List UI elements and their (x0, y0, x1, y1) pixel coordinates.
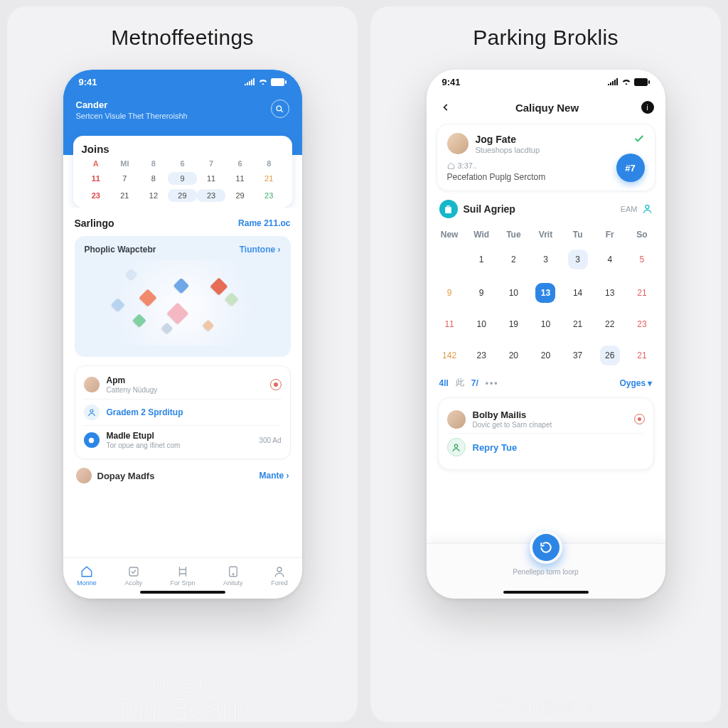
message-item[interactable]: Bolby MailisDovic get to Sarn cinapet (447, 405, 645, 433)
cal-day[interactable]: 37 (562, 340, 594, 371)
battery-icon (271, 78, 287, 86)
section-link[interactable]: Rame 211.oc (238, 218, 290, 228)
mini-cal-day[interactable]: 7 (110, 172, 139, 185)
cal-day[interactable]: 3 (562, 244, 594, 277)
cal-day-header: Wid (466, 225, 498, 244)
svg-point-7 (232, 574, 234, 575)
mini-cal-day[interactable]: 23 (255, 189, 284, 202)
cal-day[interactable]: 14 (562, 277, 594, 309)
wifi-icon (621, 78, 631, 85)
status-time: 9:41 (442, 77, 461, 87)
list-item[interactable]: ApmCatteny Nüdugy (84, 370, 282, 399)
cal-day[interactable]: 9 (434, 277, 466, 309)
svg-point-8 (277, 567, 282, 572)
right-panel-title: Parking Broklis (473, 26, 619, 50)
cal-day[interactable]: 11 (434, 309, 466, 340)
tab-anituty[interactable]: Anituty (223, 565, 243, 587)
mini-calendar[interactable]: Joins AMI867681178911112123211229232923 (73, 136, 292, 208)
mini-cal-day[interactable]: 29 (225, 189, 255, 202)
person-row[interactable]: Dopay Madfs Mante › (75, 468, 291, 486)
user-avatar (447, 133, 469, 154)
nav-title: Caliquy New (515, 102, 579, 114)
cal-day[interactable]: 1 (466, 244, 498, 277)
alert-icon (270, 379, 282, 390)
cal-day[interactable]: 13 (530, 277, 562, 309)
list-item[interactable]: Gradem 2 Sprditup (84, 399, 282, 425)
cal-day[interactable] (434, 244, 466, 277)
cal-day[interactable]: 21 (626, 277, 658, 309)
mini-cal-day[interactable]: 12 (139, 189, 168, 202)
cal-day[interactable]: 19 (498, 309, 530, 340)
cal-day[interactable]: 142 (434, 340, 466, 371)
cal-day[interactable]: 21 (562, 309, 594, 340)
tab-acolty[interactable]: Acolty (124, 565, 142, 587)
cal-day[interactable]: 22 (594, 309, 626, 340)
mini-cal-day[interactable]: 29 (168, 189, 197, 202)
cal-day[interactable]: 2 (498, 244, 530, 277)
cal-day[interactable]: 10 (498, 277, 530, 309)
filter-dropdown[interactable]: Oyges ▾ (619, 378, 652, 388)
cal-day[interactable]: 23 (626, 309, 658, 340)
section-meta: EAM (621, 205, 638, 213)
home-indicator (503, 591, 589, 594)
list-avatar-icon (84, 405, 100, 420)
cal-day-header: New (434, 225, 466, 244)
info-button[interactable]: i (641, 101, 654, 114)
cal-day[interactable]: 10 (466, 309, 498, 340)
svg-point-2 (277, 106, 282, 111)
cal-day[interactable]: 5 (626, 244, 658, 277)
cal-day[interactable]: 20 (530, 340, 562, 371)
filter-all[interactable]: 4ll (439, 378, 449, 388)
cal-day[interactable]: 26 (594, 340, 626, 371)
header-title: Cander (76, 100, 188, 110)
big-calendar[interactable]: NewWidTueVritTuFrSo123345991013141321111… (427, 223, 665, 371)
svg-rect-1 (285, 80, 287, 84)
section-title: Sarlingo (75, 218, 114, 229)
user-card[interactable]: Jog Fate Stueshops lacdtup 3:37.. Pecefa… (437, 124, 655, 191)
right-panel: Parking Broklis 9:41 Caliquy New i (370, 6, 721, 722)
filter-row: 4ll 此 7/ ••• Oyges ▾ (427, 371, 665, 393)
signal-icon (244, 78, 255, 85)
mini-cal-day[interactable]: 11 (197, 172, 226, 185)
left-panel-title: Metnoffeetings (111, 26, 253, 50)
mini-cal-day[interactable]: 11 (82, 172, 111, 185)
mini-cal-day-header: 6 (168, 159, 197, 168)
filter-2[interactable]: 此 (456, 377, 464, 389)
profile-icon[interactable] (642, 203, 653, 215)
cal-day[interactable]: 21 (626, 340, 658, 371)
tab-fored[interactable]: Fored (271, 565, 288, 587)
user-stat: 3:37.. (447, 161, 645, 170)
person-action[interactable]: Mante › (259, 471, 289, 481)
list-item[interactable]: Madle EtuplTor opue ang ifinet com300 Ad (84, 425, 282, 454)
cal-day[interactable]: 3 (530, 244, 562, 277)
mini-cal-day[interactable]: 11 (225, 172, 255, 185)
fab-button[interactable] (530, 531, 562, 564)
cal-day[interactable]: 13 (594, 277, 626, 309)
list-avatar-icon (84, 432, 100, 448)
mini-cal-day[interactable]: 23 (82, 189, 111, 202)
mini-cal-day[interactable]: 9 (168, 172, 197, 185)
tab-for srpn[interactable]: For Srpn (170, 565, 195, 587)
mini-cal-day-header: 6 (225, 159, 255, 168)
cal-day[interactable]: 10 (530, 309, 562, 340)
cal-day[interactable]: 9 (466, 277, 498, 309)
mini-cal-day[interactable]: 23 (197, 189, 226, 202)
search-button[interactable] (271, 100, 289, 118)
widget-card[interactable]: Phoplic Wapctebr Tiuntone › (75, 236, 291, 357)
cal-day[interactable]: 23 (466, 340, 498, 371)
watermark-right: Onboerm (495, 694, 596, 717)
filter-more-icon[interactable]: ••• (486, 378, 499, 388)
message-avatar (447, 438, 466, 456)
tab-monne[interactable]: Monne (77, 565, 97, 587)
back-button[interactable] (438, 100, 454, 115)
cal-day[interactable]: 20 (498, 340, 530, 371)
mini-cal-day[interactable]: 21 (110, 189, 139, 202)
message-item[interactable]: Repry Tue (447, 433, 645, 461)
widget-more[interactable]: Tiuntone › (240, 245, 281, 255)
user-fab[interactable]: #7 (616, 154, 645, 182)
filter-3[interactable]: 7/ (471, 378, 478, 388)
cal-day[interactable]: 4 (594, 244, 626, 277)
cal-day-header: Tue (498, 225, 530, 244)
mini-cal-day[interactable]: 8 (139, 172, 168, 185)
mini-cal-day[interactable]: 21 (255, 172, 284, 185)
